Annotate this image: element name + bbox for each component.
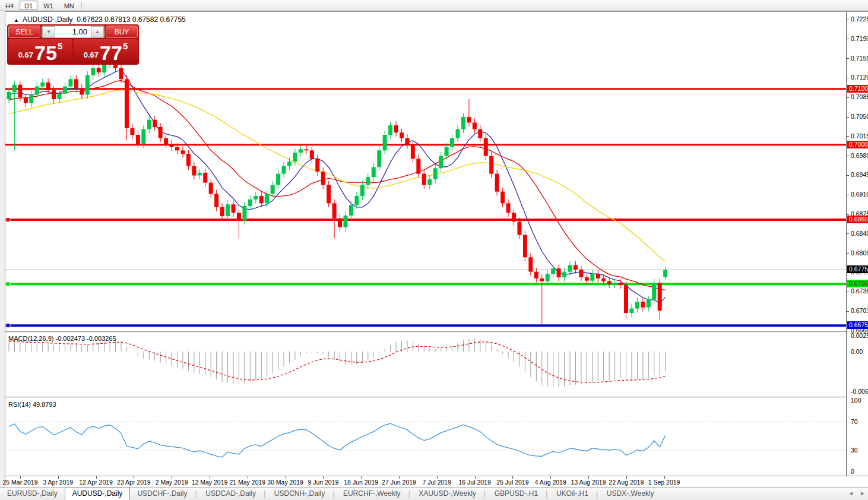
price-axis-tick: [847, 58, 849, 59]
chart-tab-audusd[interactable]: AUDUSD-,Daily: [65, 487, 131, 500]
candle-body: [276, 174, 280, 185]
sell-price-sup: 5: [58, 41, 62, 51]
chart-symbol-title: ▲AUDUSD-,Daily 0.67623 0.67813 0.67582 0…: [14, 15, 186, 24]
date-axis-label: 18 Jun 2019: [344, 479, 378, 486]
sell-button[interactable]: SELL: [8, 26, 40, 38]
candle-body: [484, 138, 488, 156]
price-axis-tick: [847, 20, 849, 20]
candle-body: [164, 138, 168, 144]
candle-body: [310, 150, 314, 159]
price-axis-tick-label: 0.69100: [851, 191, 868, 198]
line-drag-handle[interactable]: [6, 324, 10, 328]
price-axis-tick-label: 0.70850: [851, 93, 868, 100]
date-axis-label: 27 Jun 2019: [382, 479, 416, 486]
candle-body: [495, 174, 499, 192]
chart-window: ▲AUDUSD-,Daily 0.67623 0.67813 0.67582 0…: [5, 11, 868, 486]
candle-body: [607, 281, 612, 284]
candle-body: [12, 85, 17, 92]
volume-input[interactable]: 1.00: [55, 26, 91, 37]
date-axis-label: 22 Aug 2019: [609, 479, 644, 486]
tab-scroll-controls: ◄ ►: [848, 490, 866, 496]
candle-body: [315, 159, 319, 172]
tab-scroll-right-icon[interactable]: ►: [860, 490, 866, 496]
candle-body: [344, 216, 348, 227]
chart-tab-xauusd[interactable]: XAUUSD-,Weekly: [411, 488, 483, 500]
rsi-scale-label: 0: [851, 468, 854, 475]
candle-body: [467, 117, 471, 122]
price-tag: 0.66754: [847, 321, 868, 329]
chart-tab-eurchf[interactable]: EURCHF-,Weekly: [336, 488, 407, 500]
price-axis-tick: [847, 292, 849, 292]
tab-separator: │: [483, 489, 487, 500]
date-axis-label: 12 May 2019: [192, 479, 228, 486]
candle-body: [299, 149, 303, 153]
chart-tab-usdcnh[interactable]: USDCNH-,Daily: [267, 488, 332, 500]
line-drag-handle[interactable]: [6, 217, 10, 221]
price-axis-tick-label: 0.70150: [851, 132, 868, 140]
candle-body: [271, 185, 275, 194]
candle-body: [58, 94, 62, 99]
candle-body: [377, 150, 381, 167]
candle-body: [523, 235, 527, 257]
price-tag: 0.68655: [847, 216, 868, 223]
tab-scroll-left-icon[interactable]: ◄: [848, 490, 854, 496]
candle-body: [91, 68, 95, 75]
candle-body: [506, 203, 511, 213]
candle-body: [304, 149, 308, 150]
candle-body: [321, 172, 325, 185]
timeframe-button-w1[interactable]: W1: [39, 1, 58, 10]
rsi-indicator-panel[interactable]: [5, 399, 846, 474]
candle-body: [192, 166, 196, 176]
panel-separator[interactable]: [5, 397, 846, 398]
price-tag: 0.71005: [847, 85, 868, 93]
candle-body: [354, 196, 359, 205]
chart-collapse-icon[interactable]: ▲: [14, 17, 19, 23]
chart-tab-usdchf[interactable]: USDCHF-,Daily: [130, 488, 194, 500]
date-axis-label: 9 Jun 2019: [308, 479, 338, 486]
line-drag-handle[interactable]: [6, 282, 10, 286]
candle-body: [130, 128, 134, 135]
chart-tab-eurusd[interactable]: EURUSD-,Daily: [0, 488, 65, 500]
candle-body: [214, 194, 218, 207]
chart-tab-usdx[interactable]: USDX-,Weekly: [600, 488, 661, 500]
candle-body: [102, 64, 106, 72]
price-axis-tick: [847, 331, 849, 331]
candle-body: [332, 203, 337, 218]
candle-body: [327, 185, 331, 203]
date-axis[interactable]: 25 Mar 20193 Apr 201912 Apr 201923 Apr 2…: [5, 476, 868, 487]
price-tag: 0.67501: [847, 280, 868, 287]
candle-body: [551, 268, 555, 274]
candle-body: [461, 117, 465, 129]
price-axis-tick-label: 0.68400: [851, 230, 868, 237]
candle-body: [52, 90, 56, 99]
date-axis-label: 16 Jul 2019: [458, 479, 490, 486]
candle-body: [232, 204, 236, 213]
candle-body: [24, 97, 28, 103]
price-axis[interactable]: 0.722500.719000.715500.712000.708500.705…: [846, 12, 868, 476]
sell-price-box[interactable]: 0.67 75 5: [8, 39, 72, 64]
volume-decrease-button[interactable]: ▼: [42, 26, 55, 37]
timeframe-button-h4[interactable]: H4: [1, 1, 18, 10]
candle-body: [635, 302, 639, 308]
timeframe-toolbar: H4D1W1MN: [0, 0, 868, 11]
macd-scale-label: 0.00: [851, 348, 863, 355]
date-axis-label: 2 May 2019: [156, 479, 188, 486]
candle-body: [338, 219, 342, 227]
macd-indicator-panel[interactable]: [5, 333, 846, 397]
candle-body: [568, 265, 572, 271]
buy-price-box[interactable]: 0.67 77 5: [74, 39, 138, 64]
timeframe-button-mn[interactable]: MN: [59, 1, 79, 10]
date-axis-label: 7 Jul 2019: [423, 479, 451, 486]
timeframe-button-d1[interactable]: D1: [20, 1, 37, 10]
candle-body: [388, 125, 392, 135]
candle-body: [203, 173, 207, 183]
date-axis-label: 4 Aug 2019: [535, 479, 566, 486]
price-axis-tick-label: 0.70500: [851, 113, 868, 120]
volume-increase-button[interactable]: ▲: [91, 26, 104, 37]
chart-tab-usdcad[interactable]: USDCAD-,Daily: [198, 488, 263, 500]
buy-button[interactable]: BUY: [106, 26, 138, 38]
chart-tab-gbpusd[interactable]: GBPUSD-,H1: [487, 488, 545, 500]
chart-tab-ukoil[interactable]: UKOil-,H1: [549, 488, 595, 500]
candle-body: [74, 79, 78, 88]
candle-body: [489, 156, 493, 174]
